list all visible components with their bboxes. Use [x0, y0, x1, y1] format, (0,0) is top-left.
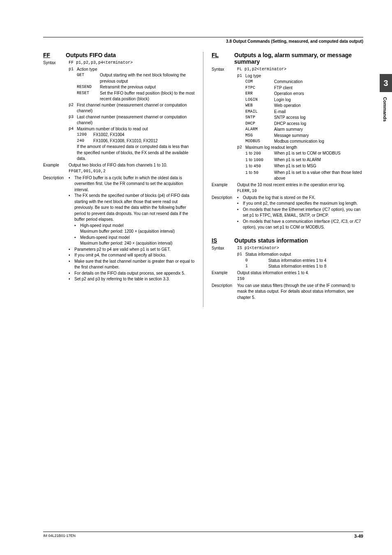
is-example-code: IS0	[237, 276, 363, 282]
page-footer: IM 04L21B01-17EN 3-49	[43, 532, 363, 539]
page: 3.8 Output Commands (Setting, measured, …	[0, 0, 392, 555]
bullet-icon: •	[69, 247, 74, 253]
bullet-icon: •	[69, 271, 74, 277]
bullet-icon: •	[69, 259, 74, 271]
fl-example-code: FLERR,10	[237, 188, 363, 194]
fl-title: Outputs a log, alarm summary, or message…	[234, 52, 363, 65]
two-column-layout: FF Outputs FIFO data Syntax FF p1,p2,p3,…	[43, 52, 363, 307]
description-label: Description	[212, 195, 237, 231]
bullet-icon: •	[69, 193, 74, 223]
chapter-title: Commands	[380, 92, 390, 127]
fl-syntax: FL p1,p2<terminator>	[237, 67, 363, 73]
description-label: Description	[212, 283, 237, 301]
is-example-text: Output status information entries 1 to 4…	[237, 270, 363, 276]
bullet-icon: •	[237, 207, 243, 219]
is-name: IS	[212, 237, 234, 244]
bullet-icon: •	[237, 201, 243, 207]
page-number: 3-49	[354, 534, 363, 539]
ff-syntax: FF p1,p2,p3,p4<terminator>	[69, 60, 195, 66]
syntax-label: Syntax	[43, 60, 69, 66]
syntax-label: Syntax	[212, 245, 237, 252]
bullet-icon: •	[74, 235, 80, 247]
ff-title: Outputs FIFO data	[66, 52, 116, 58]
example-label: Example	[212, 270, 237, 276]
fl-command: FL Outputs a log, alarm summary, or mess…	[212, 52, 363, 231]
bullet-icon: •	[69, 175, 74, 193]
chapter-tab: 3 Commands	[380, 74, 392, 127]
syntax-label: Syntax	[212, 67, 237, 73]
description-label: Description	[43, 175, 69, 282]
section-header: 3.8 Output Commands (Setting, measured, …	[43, 39, 363, 44]
chapter-number: 3	[380, 74, 392, 92]
is-command: IS Outputs status information Syntax IS …	[212, 237, 363, 301]
bullet-icon: •	[69, 252, 74, 259]
is-title: Outputs status information	[234, 237, 308, 244]
ff-p4-note: If the amount of measured data or comput…	[77, 144, 195, 162]
ff-command: FF Outputs FIFO data Syntax FF p1,p2,p3,…	[43, 52, 195, 282]
fl-example-text: Output the 10 most recent entries in the…	[237, 182, 363, 188]
bullet-icon: •	[237, 195, 243, 201]
bullet-icon: •	[69, 276, 74, 282]
right-column: FL Outputs a log, alarm summary, or mess…	[203, 52, 363, 307]
example-label: Example	[212, 182, 237, 188]
bullet-icon: •	[237, 219, 243, 231]
fl-name: FL	[212, 52, 234, 58]
is-description: You can use status filters (through the …	[237, 283, 363, 301]
is-syntax: IS p1<terminator>	[237, 245, 363, 252]
ff-example-text: Output two blocks of FIFO data from chan…	[69, 162, 195, 169]
ff-example-code: FFGET,001,010,2	[69, 169, 195, 175]
header-rule	[43, 37, 363, 37]
ff-name: FF	[43, 52, 66, 58]
example-label: Example	[43, 162, 69, 169]
left-column: FF Outputs FIFO data Syntax FF p1,p2,p3,…	[43, 52, 203, 307]
bullet-icon: •	[74, 223, 80, 235]
doc-id: IM 04L21B01-17EN	[43, 534, 76, 539]
